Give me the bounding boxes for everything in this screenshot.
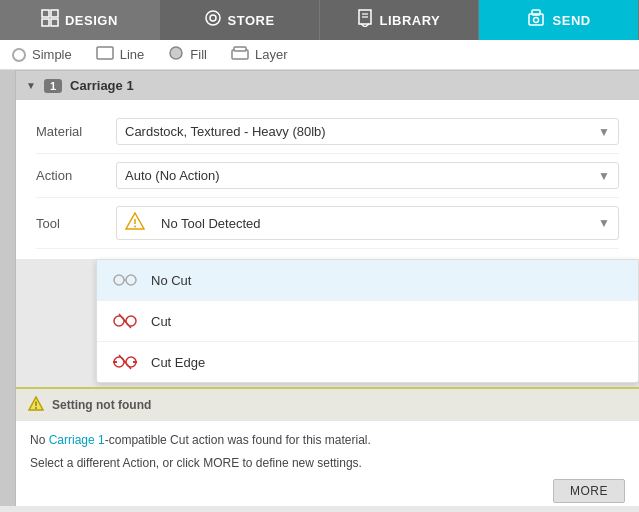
no-cut-label: No Cut: [151, 273, 191, 288]
action-value: Auto (No Action): [125, 168, 220, 183]
design-icon: [41, 9, 59, 31]
layer-label: Layer: [255, 47, 288, 62]
material-dropdown-arrow: ▼: [598, 125, 610, 139]
more-button[interactable]: MORE: [553, 479, 625, 503]
svg-rect-12: [97, 47, 113, 59]
svg-rect-10: [532, 10, 540, 15]
warning-line2-text: Select a different Action, or click MORE…: [30, 456, 362, 470]
cut-edge-icon: [111, 351, 139, 373]
svg-rect-3: [51, 19, 58, 26]
sidebar-accent: [0, 70, 16, 506]
view-tabs: Simple Line Fill Layer: [0, 40, 639, 70]
no-cut-option[interactable]: No Cut: [97, 260, 638, 301]
carriage1-badge: 1: [44, 79, 62, 93]
nav-design[interactable]: DESIGN: [0, 0, 160, 40]
tab-layer[interactable]: Layer: [231, 46, 288, 63]
svg-point-34: [35, 407, 37, 409]
cut-icon: [111, 310, 139, 332]
material-dropdown[interactable]: Cardstock, Textured - Heavy (80lb) ▼: [116, 118, 619, 145]
warning-line2: Select a different Action, or click MORE…: [30, 454, 625, 503]
svg-point-19: [114, 275, 124, 285]
nav-store[interactable]: STORE: [160, 0, 320, 40]
svg-point-13: [170, 47, 182, 59]
carriage1-title: Carriage 1: [70, 78, 134, 93]
tab-fill[interactable]: Fill: [168, 46, 207, 63]
action-row: Action Auto (No Action) ▼: [36, 154, 619, 198]
warning-line1-prefix: No: [30, 433, 49, 447]
warning-banner: Setting not found: [16, 387, 639, 421]
svg-rect-1: [51, 10, 58, 17]
send-icon: [527, 9, 547, 31]
tool-dropdown-arrow: ▼: [598, 216, 610, 230]
content-area: ▼ 1 Carriage 1 Material Cardstock, Textu…: [16, 70, 639, 506]
warning-banner-text: Setting not found: [52, 398, 151, 412]
action-label: Action: [36, 168, 116, 183]
cut-dropdown-menu: No Cut Cut: [96, 259, 639, 383]
nav-send[interactable]: SEND: [479, 0, 639, 40]
simple-label: Simple: [32, 47, 72, 62]
carriage1-header[interactable]: ▼ 1 Carriage 1: [16, 70, 639, 100]
tool-dropdown[interactable]: No Tool Detected ▼: [116, 206, 619, 240]
store-icon: [204, 9, 222, 31]
tab-line[interactable]: Line: [96, 46, 145, 63]
svg-point-4: [206, 11, 220, 25]
warning-line1: No Carriage 1-compatible Cut action was …: [30, 431, 625, 450]
form-area: Material Cardstock, Textured - Heavy (80…: [16, 100, 639, 259]
material-value: Cardstock, Textured - Heavy (80lb): [125, 124, 326, 139]
fill-icon: [168, 46, 184, 63]
svg-point-11: [533, 18, 538, 23]
nav-store-label: STORE: [228, 13, 275, 28]
cut-label: Cut: [151, 314, 171, 329]
nav-library-label: LIBRARY: [379, 13, 440, 28]
layer-icon: [231, 46, 249, 63]
tool-row: Tool No Tool Detected ▼: [36, 198, 619, 249]
svg-rect-2: [42, 19, 49, 26]
svg-rect-15: [234, 47, 246, 51]
svg-point-5: [210, 15, 216, 21]
material-label: Material: [36, 124, 116, 139]
action-dropdown[interactable]: Auto (No Action) ▼: [116, 162, 619, 189]
warning-banner-icon: [28, 396, 44, 414]
svg-point-20: [126, 275, 136, 285]
cut-option[interactable]: Cut: [97, 301, 638, 342]
warning-message: No Carriage 1-compatible Cut action was …: [16, 421, 639, 506]
tab-simple[interactable]: Simple: [12, 47, 72, 62]
top-nav: DESIGN STORE LIBRARY: [0, 0, 639, 40]
material-row: Material Cardstock, Textured - Heavy (80…: [36, 110, 619, 154]
svg-point-18: [134, 226, 136, 228]
line-label: Line: [120, 47, 145, 62]
carriage1-expand-icon: ▼: [26, 80, 36, 91]
warning-triangle-icon: [125, 212, 145, 234]
no-cut-icon: [111, 269, 139, 291]
library-icon: [357, 9, 373, 31]
fill-label: Fill: [190, 47, 207, 62]
tool-value: No Tool Detected: [161, 216, 261, 231]
warning-line1-suffix: -compatible Cut action was found for thi…: [105, 433, 371, 447]
cut-edge-option[interactable]: Cut Edge: [97, 342, 638, 382]
page-wrapper: ▼ 1 Carriage 1 Material Cardstock, Textu…: [0, 70, 639, 506]
nav-design-label: DESIGN: [65, 13, 118, 28]
simple-radio[interactable]: [12, 48, 26, 62]
line-icon: [96, 46, 114, 63]
carriage1-link[interactable]: Carriage 1: [49, 433, 105, 447]
cut-edge-label: Cut Edge: [151, 355, 205, 370]
nav-library[interactable]: LIBRARY: [320, 0, 480, 40]
nav-send-label: SEND: [553, 13, 591, 28]
action-dropdown-arrow: ▼: [598, 169, 610, 183]
tool-label: Tool: [36, 216, 116, 231]
svg-rect-0: [42, 10, 49, 17]
